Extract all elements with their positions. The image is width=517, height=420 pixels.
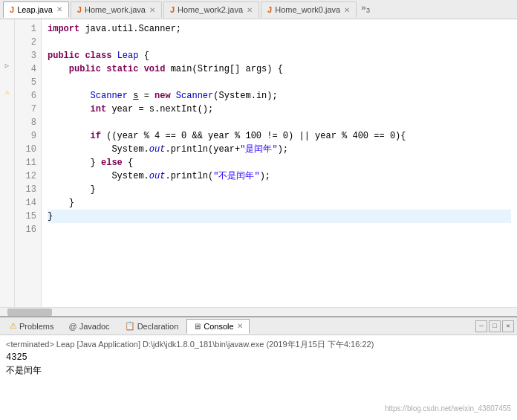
gutter-3 — [0, 46, 14, 59]
declaration-icon: 📋 — [125, 321, 135, 331]
ln-5: 5 — [19, 76, 36, 89]
panel-controls: — □ ✕ — [475, 320, 514, 332]
ln-13: 13 — [19, 183, 36, 196]
code-line-7: int year = s.nextInt(); — [48, 103, 511, 116]
tab-declaration-label: Declaration — [137, 322, 179, 331]
java-file-icon-3: J — [170, 5, 175, 14]
java-file-icon-2: J — [77, 5, 82, 14]
console-icon: 🖥 — [193, 322, 201, 331]
terminated-text: <terminated> Leap [Java Application] D:\… — [6, 340, 374, 349]
code-line-10: System.out.println(year+"是闰年"); — [48, 143, 511, 156]
java-file-icon: J — [10, 5, 14, 14]
ln-2: 2 — [19, 36, 36, 49]
tab-close-hw0[interactable]: ✕ — [344, 6, 350, 14]
tab-console-label: Console — [204, 322, 233, 331]
ln-7: 7 — [19, 103, 36, 116]
gutter-10 — [0, 140, 14, 153]
gutter-12 — [0, 167, 14, 180]
close-panel-button[interactable]: ✕ — [502, 320, 514, 332]
code-line-15: } — [48, 210, 511, 223]
tab-close-hw2[interactable]: ✕ — [247, 6, 253, 14]
gutter-7 — [0, 100, 14, 113]
console-close-indicator: ✕ — [237, 322, 243, 330]
ln-10: 10 — [19, 143, 36, 156]
gutter-11 — [0, 153, 14, 167]
code-line-9: if ((year % 4 == 0 && year % 100 != 0) |… — [48, 129, 511, 143]
tab-bar: J Leap.java ✕ J Home_work.java ✕ J Home_… — [0, 0, 517, 19]
ln-6: 6 — [19, 89, 36, 103]
code-line-2 — [48, 36, 511, 49]
tab-label-leap: Leap.java — [17, 5, 53, 14]
bottom-panel: ⚠ Problems @ Javadoc 📋 Declaration 🖥 Con… — [0, 316, 517, 420]
gutter-5 — [0, 73, 14, 86]
ln-8: 8 — [19, 116, 36, 129]
code-editor[interactable]: import java.util.Scanner; public class L… — [42, 19, 517, 307]
minimize-panel-button[interactable]: — — [475, 320, 487, 332]
gutter-8 — [0, 113, 14, 126]
tab-home-work[interactable]: J Home_work.java ✕ — [71, 1, 162, 18]
code-line-8 — [48, 116, 511, 129]
gutter-1 — [0, 19, 14, 33]
gutter-9 — [0, 126, 14, 140]
tab-home-work2[interactable]: J Home_work2.java ✕ — [163, 1, 259, 18]
tab-label-hw: Home_work.java — [85, 5, 146, 14]
gutter-13 — [0, 180, 14, 193]
code-line-1: import java.util.Scanner; — [48, 22, 511, 36]
horizontal-scrollbar[interactable] — [0, 307, 517, 316]
tab-leap-java[interactable]: J Leap.java ✕ — [3, 1, 69, 18]
java-file-icon-4: J — [267, 5, 272, 14]
gutter-15 — [0, 207, 14, 220]
console-output-noleapyear: 不是闰年 — [6, 364, 511, 378]
arrow-marker: ▷ — [5, 59, 9, 73]
ln-16: 16 — [19, 223, 36, 236]
bottom-tab-bar: ⚠ Problems @ Javadoc 📋 Declaration 🖥 Con… — [0, 317, 517, 335]
warning-marker: ⚠ — [4, 86, 9, 100]
gutter-2 — [0, 33, 14, 46]
tab-close-leap[interactable]: ✕ — [56, 5, 62, 13]
problems-icon: ⚠ — [10, 321, 17, 331]
line-numbers: 1 2 3 4 5 6 7 8 9 10 11 12 13 14 15 16 — [15, 19, 42, 307]
ln-3: 3 — [19, 49, 36, 62]
ln-9: 9 — [19, 129, 36, 143]
tab-overflow[interactable]: »3 — [358, 4, 373, 15]
tab-javadoc-label: Javadoc — [79, 322, 110, 331]
code-line-5 — [48, 76, 511, 89]
ln-15: 15 — [19, 210, 36, 223]
watermark: https://blog.csdn.net/weixin_43807455 — [385, 403, 511, 414]
code-line-13: } — [48, 183, 511, 196]
gutter-4: ▷ — [0, 59, 14, 73]
h-scroll-thumb[interactable] — [7, 308, 52, 316]
left-gutter: ▷ ⚠ — [0, 19, 15, 307]
code-line-16 — [48, 223, 511, 236]
code-line-12: System.out.println("不是闰年"); — [48, 169, 511, 183]
gutter-16 — [0, 220, 14, 233]
tab-javadoc[interactable]: @ Javadoc — [62, 319, 116, 334]
tab-close-hw[interactable]: ✕ — [149, 6, 155, 14]
ln-1: 1 — [19, 22, 36, 36]
editor-area: ▷ ⚠ 1 2 3 4 5 6 7 8 9 10 11 12 13 14 15 … — [0, 19, 517, 307]
ln-4: 4 — [19, 62, 36, 76]
javadoc-icon: @ — [68, 322, 77, 331]
code-line-14: } — [48, 196, 511, 210]
tab-home-work0[interactable]: J Home_work0.java ✕ — [261, 1, 357, 18]
code-line-4: public static void main(String[] args) { — [48, 62, 511, 76]
tab-label-hw0: Home_work0.java — [275, 5, 340, 14]
code-line-3: public class Leap { — [48, 49, 511, 62]
code-line-6: Scanner s = new Scanner(System.in); — [48, 89, 511, 103]
console-output-4325: 4325 — [6, 351, 511, 364]
console-content: <terminated> Leap [Java Application] D:\… — [0, 335, 517, 420]
console-terminated-line: <terminated> Leap [Java Application] D:\… — [6, 338, 511, 351]
tab-problems[interactable]: ⚠ Problems — [3, 319, 60, 334]
tab-problems-label: Problems — [19, 322, 53, 331]
ln-11: 11 — [19, 156, 36, 169]
ln-14: 14 — [19, 196, 36, 210]
tab-console[interactable]: 🖥 Console ✕ — [186, 319, 249, 334]
code-line-11: } else { — [48, 156, 511, 169]
maximize-panel-button[interactable]: □ — [489, 320, 501, 332]
gutter-14 — [0, 193, 14, 207]
ln-12: 12 — [19, 169, 36, 183]
gutter-6: ⚠ — [0, 86, 14, 100]
tab-declaration[interactable]: 📋 Declaration — [118, 319, 186, 334]
tab-label-hw2: Home_work2.java — [178, 5, 243, 14]
